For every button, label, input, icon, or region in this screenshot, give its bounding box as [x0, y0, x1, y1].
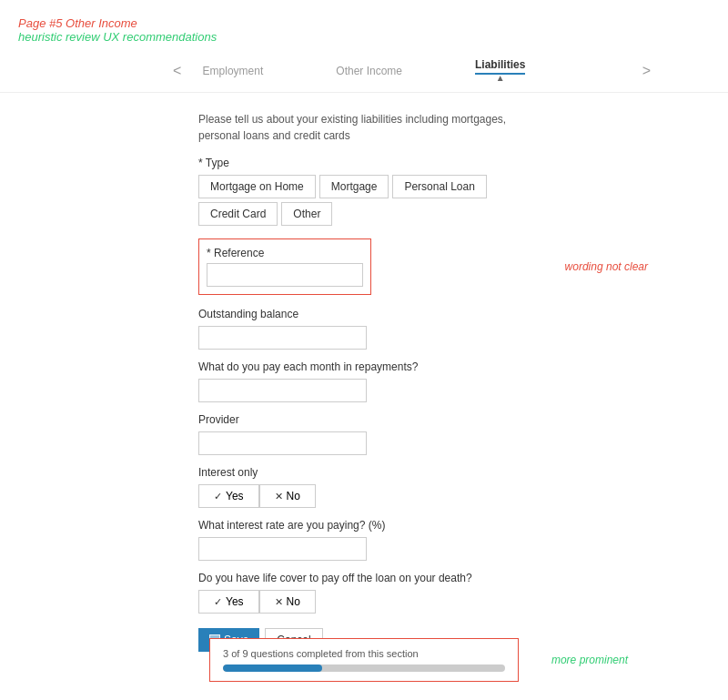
type-buttons-group: Mortgage on Home Mortgage Personal Loan [198, 175, 530, 198]
progress-section: 3 of 9 questions completed from this sec… [209, 638, 519, 682]
page-header: Page #5 Other Income heuristic review UX… [0, 0, 728, 49]
page-title: Page #5 Other Income [18, 16, 710, 30]
type-label: * Type [198, 157, 530, 169]
outstanding-balance-section: Outstanding balance [198, 308, 530, 350]
type-section: * Type Mortgage on Home Mortgage Persona… [198, 157, 530, 226]
reference-box: * Reference [198, 238, 371, 295]
form-description: Please tell us about your existing liabi… [198, 111, 530, 144]
interest-only-no-btn[interactable]: ✕ No [259, 484, 316, 508]
nav-bar: < Employment Other Income Liabilities ▲ … [0, 49, 728, 93]
nav-arrow-right[interactable]: > [642, 63, 651, 79]
tick-icon: ✓ [214, 491, 222, 502]
nav-step-liabilities[interactable]: Liabilities ▲ [475, 58, 525, 83]
provider-section: Provider [198, 413, 530, 455]
nav-arrow-left[interactable]: < [173, 63, 181, 79]
form-container: Please tell us about your existing liabi… [0, 102, 728, 697]
no-label: No [287, 490, 300, 502]
yes-label-2: Yes [226, 595, 244, 608]
progress-box: 3 of 9 questions completed from this sec… [209, 638, 519, 682]
progress-annotation: more prominent [551, 654, 628, 666]
cross-icon: ✕ [275, 491, 283, 502]
interest-rate-label: What interest rate are you paying? (%) [198, 519, 530, 532]
provider-label: Provider [198, 413, 530, 426]
nav-steps: Employment Other Income Liabilities ▲ [203, 58, 526, 83]
interest-rate-input[interactable] [198, 537, 367, 561]
progress-bar-background [223, 664, 505, 672]
reference-annotation: wording not clear [565, 260, 648, 273]
progress-text: 3 of 9 questions completed from this sec… [223, 648, 505, 659]
interest-only-yes-btn[interactable]: ✓ Yes [198, 484, 259, 508]
tick-icon-2: ✓ [214, 596, 222, 608]
type-buttons-group-2: Credit Card Other [198, 202, 530, 226]
nav-step-employment[interactable]: Employment [203, 65, 264, 77]
yes-label: Yes [226, 490, 244, 502]
type-btn-credit-card[interactable]: Credit Card [198, 202, 278, 226]
nav-step-other-income[interactable]: Other Income [336, 65, 402, 77]
life-cover-section: Do you have life cover to pay off the lo… [198, 572, 530, 614]
type-btn-mortgage-home[interactable]: Mortgage on Home [198, 175, 316, 198]
life-cover-yes-btn[interactable]: ✓ Yes [198, 590, 259, 614]
life-cover-label: Do you have life cover to pay off the lo… [198, 572, 530, 584]
type-btn-mortgage[interactable]: Mortgage [319, 175, 389, 198]
cross-icon-2: ✕ [275, 596, 283, 608]
interest-only-toggle: ✓ Yes ✕ No [198, 484, 530, 508]
interest-only-section: Interest only ✓ Yes ✕ No [198, 466, 530, 508]
provider-input[interactable] [198, 431, 367, 455]
outstanding-balance-label: Outstanding balance [198, 308, 530, 320]
life-cover-no-btn[interactable]: ✕ No [259, 590, 316, 614]
type-btn-personal-loan[interactable]: Personal Loan [392, 175, 486, 198]
repayments-input[interactable] [198, 379, 367, 402]
interest-rate-section: What interest rate are you paying? (%) [198, 519, 530, 561]
page-subtitle: heuristic review UX recommendations [18, 30, 710, 44]
repayments-section: What do you pay each month in repayments… [198, 360, 530, 402]
progress-bar-fill [223, 664, 322, 672]
reference-label: * Reference [207, 247, 363, 259]
interest-only-label: Interest only [198, 466, 530, 479]
no-label-2: No [287, 595, 300, 608]
outstanding-balance-input[interactable] [198, 326, 367, 350]
reference-input[interactable] [207, 263, 363, 287]
type-btn-other[interactable]: Other [281, 202, 332, 226]
life-cover-toggle: ✓ Yes ✕ No [198, 590, 530, 614]
repayments-label: What do you pay each month in repayments… [198, 360, 530, 373]
reference-section: * Reference wording not clear [198, 238, 530, 295]
